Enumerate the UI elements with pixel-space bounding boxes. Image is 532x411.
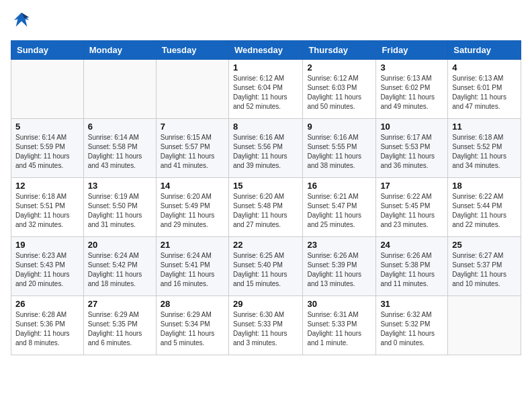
day-number: 21	[161, 240, 224, 250]
cell-daylight-info: Sunrise: 6:14 AM Sunset: 5:58 PM Dayligh…	[88, 133, 152, 171]
cell-daylight-info: Sunrise: 6:13 AM Sunset: 6:02 PM Dayligh…	[380, 74, 443, 111]
weekday-header-thursday: Thursday	[303, 41, 376, 60]
calendar-week-2: 5Sunrise: 6:14 AM Sunset: 5:59 PM Daylig…	[11, 119, 521, 178]
calendar-cell: 3Sunrise: 6:13 AM Sunset: 6:02 PM Daylig…	[376, 60, 448, 119]
cell-daylight-info: Sunrise: 6:14 AM Sunset: 5:59 PM Dayligh…	[15, 133, 79, 171]
svg-marker-0	[14, 13, 29, 27]
calendar-cell: 14Sunrise: 6:20 AM Sunset: 5:49 PM Dayli…	[156, 178, 228, 237]
day-number: 7	[161, 122, 224, 132]
cell-daylight-info: Sunrise: 6:18 AM Sunset: 5:52 PM Dayligh…	[452, 133, 517, 171]
calendar-cell: 16Sunrise: 6:21 AM Sunset: 5:47 PM Dayli…	[303, 178, 376, 237]
logo-bird-icon	[12, 11, 31, 30]
calendar-cell: 10Sunrise: 6:17 AM Sunset: 5:53 PM Dayli…	[376, 119, 448, 178]
day-number: 19	[15, 240, 79, 250]
calendar-cell	[11, 60, 84, 119]
cell-daylight-info: Sunrise: 6:22 AM Sunset: 5:44 PM Dayligh…	[452, 192, 517, 230]
calendar-table: SundayMondayTuesdayWednesdayThursdayFrid…	[11, 40, 521, 355]
calendar-cell: 31Sunrise: 6:32 AM Sunset: 5:32 PM Dayli…	[376, 296, 448, 355]
day-number: 17	[380, 181, 443, 191]
calendar-week-1: 1Sunrise: 6:12 AM Sunset: 6:04 PM Daylig…	[11, 60, 521, 119]
day-number: 22	[233, 240, 298, 250]
calendar-cell: 28Sunrise: 6:29 AM Sunset: 5:34 PM Dayli…	[156, 296, 228, 355]
day-number: 23	[307, 240, 371, 250]
calendar-cell: 7Sunrise: 6:15 AM Sunset: 5:57 PM Daylig…	[156, 119, 228, 178]
calendar-cell: 5Sunrise: 6:14 AM Sunset: 5:59 PM Daylig…	[11, 119, 84, 178]
calendar-cell: 1Sunrise: 6:12 AM Sunset: 6:04 PM Daylig…	[228, 60, 302, 119]
cell-daylight-info: Sunrise: 6:26 AM Sunset: 5:39 PM Dayligh…	[307, 251, 371, 289]
calendar-week-3: 12Sunrise: 6:18 AM Sunset: 5:51 PM Dayli…	[11, 178, 521, 237]
calendar-cell	[448, 296, 521, 355]
day-number: 12	[15, 181, 79, 191]
cell-daylight-info: Sunrise: 6:24 AM Sunset: 5:42 PM Dayligh…	[88, 251, 152, 289]
calendar-cell: 25Sunrise: 6:27 AM Sunset: 5:37 PM Dayli…	[448, 237, 521, 296]
cell-daylight-info: Sunrise: 6:20 AM Sunset: 5:49 PM Dayligh…	[161, 192, 224, 230]
calendar-cell: 20Sunrise: 6:24 AM Sunset: 5:42 PM Dayli…	[83, 237, 156, 296]
logo	[11, 11, 31, 32]
weekday-header-monday: Monday	[83, 41, 156, 60]
day-number: 26	[15, 299, 79, 309]
weekday-header-sunday: Sunday	[11, 41, 84, 60]
day-number: 16	[307, 181, 371, 191]
calendar-week-5: 26Sunrise: 6:28 AM Sunset: 5:36 PM Dayli…	[11, 296, 521, 355]
cell-daylight-info: Sunrise: 6:15 AM Sunset: 5:57 PM Dayligh…	[161, 133, 224, 171]
calendar-cell: 4Sunrise: 6:13 AM Sunset: 6:01 PM Daylig…	[448, 60, 521, 119]
day-number: 1	[233, 62, 298, 73]
calendar-cell: 2Sunrise: 6:12 AM Sunset: 6:03 PM Daylig…	[303, 60, 376, 119]
calendar-cell: 26Sunrise: 6:28 AM Sunset: 5:36 PM Dayli…	[11, 296, 84, 355]
day-number: 2	[307, 62, 371, 73]
day-number: 5	[15, 122, 79, 132]
day-number: 3	[380, 62, 443, 73]
calendar-cell: 23Sunrise: 6:26 AM Sunset: 5:39 PM Dayli…	[303, 237, 376, 296]
cell-daylight-info: Sunrise: 6:29 AM Sunset: 5:34 PM Dayligh…	[161, 310, 224, 348]
cell-daylight-info: Sunrise: 6:16 AM Sunset: 5:56 PM Dayligh…	[233, 133, 298, 171]
cell-daylight-info: Sunrise: 6:26 AM Sunset: 5:38 PM Dayligh…	[380, 251, 443, 289]
cell-daylight-info: Sunrise: 6:28 AM Sunset: 5:36 PM Dayligh…	[15, 310, 79, 348]
calendar-cell	[83, 60, 156, 119]
calendar-cell: 22Sunrise: 6:25 AM Sunset: 5:40 PM Dayli…	[228, 237, 302, 296]
calendar-cell: 17Sunrise: 6:22 AM Sunset: 5:45 PM Dayli…	[376, 178, 448, 237]
calendar-cell: 6Sunrise: 6:14 AM Sunset: 5:58 PM Daylig…	[83, 119, 156, 178]
calendar-cell: 21Sunrise: 6:24 AM Sunset: 5:41 PM Dayli…	[156, 237, 228, 296]
day-number: 10	[380, 122, 443, 132]
cell-daylight-info: Sunrise: 6:16 AM Sunset: 5:55 PM Dayligh…	[307, 133, 371, 171]
cell-daylight-info: Sunrise: 6:23 AM Sunset: 5:43 PM Dayligh…	[15, 251, 79, 289]
weekday-header-wednesday: Wednesday	[228, 41, 302, 60]
calendar-cell: 8Sunrise: 6:16 AM Sunset: 5:56 PM Daylig…	[228, 119, 302, 178]
page-header	[11, 11, 521, 32]
calendar-cell: 15Sunrise: 6:20 AM Sunset: 5:48 PM Dayli…	[228, 178, 302, 237]
calendar-cell: 18Sunrise: 6:22 AM Sunset: 5:44 PM Dayli…	[448, 178, 521, 237]
cell-daylight-info: Sunrise: 6:25 AM Sunset: 5:40 PM Dayligh…	[233, 251, 298, 289]
cell-daylight-info: Sunrise: 6:21 AM Sunset: 5:47 PM Dayligh…	[307, 192, 371, 230]
day-number: 28	[161, 299, 224, 309]
cell-daylight-info: Sunrise: 6:18 AM Sunset: 5:51 PM Dayligh…	[15, 192, 79, 230]
day-number: 11	[452, 122, 517, 132]
calendar-cell: 29Sunrise: 6:30 AM Sunset: 5:33 PM Dayli…	[228, 296, 302, 355]
calendar-header-row: SundayMondayTuesdayWednesdayThursdayFrid…	[11, 41, 521, 60]
weekday-header-friday: Friday	[376, 41, 448, 60]
day-number: 9	[307, 122, 371, 132]
cell-daylight-info: Sunrise: 6:17 AM Sunset: 5:53 PM Dayligh…	[380, 133, 443, 171]
calendar-cell: 11Sunrise: 6:18 AM Sunset: 5:52 PM Dayli…	[448, 119, 521, 178]
calendar-cell: 13Sunrise: 6:19 AM Sunset: 5:50 PM Dayli…	[83, 178, 156, 237]
day-number: 30	[307, 299, 371, 309]
calendar-cell: 24Sunrise: 6:26 AM Sunset: 5:38 PM Dayli…	[376, 237, 448, 296]
calendar-cell	[156, 60, 228, 119]
day-number: 18	[452, 181, 517, 191]
cell-daylight-info: Sunrise: 6:20 AM Sunset: 5:48 PM Dayligh…	[233, 192, 298, 230]
day-number: 14	[161, 181, 224, 191]
cell-daylight-info: Sunrise: 6:22 AM Sunset: 5:45 PM Dayligh…	[380, 192, 443, 230]
weekday-header-saturday: Saturday	[448, 41, 521, 60]
cell-daylight-info: Sunrise: 6:32 AM Sunset: 5:32 PM Dayligh…	[380, 310, 443, 348]
day-number: 13	[88, 181, 152, 191]
cell-daylight-info: Sunrise: 6:19 AM Sunset: 5:50 PM Dayligh…	[88, 192, 152, 230]
weekday-header-tuesday: Tuesday	[156, 41, 228, 60]
day-number: 6	[88, 122, 152, 132]
calendar-cell: 9Sunrise: 6:16 AM Sunset: 5:55 PM Daylig…	[303, 119, 376, 178]
day-number: 4	[452, 62, 517, 73]
day-number: 15	[233, 181, 298, 191]
day-number: 31	[380, 299, 443, 309]
day-number: 27	[88, 299, 152, 309]
day-number: 24	[380, 240, 443, 250]
cell-daylight-info: Sunrise: 6:30 AM Sunset: 5:33 PM Dayligh…	[233, 310, 298, 348]
cell-daylight-info: Sunrise: 6:13 AM Sunset: 6:01 PM Dayligh…	[452, 74, 517, 111]
